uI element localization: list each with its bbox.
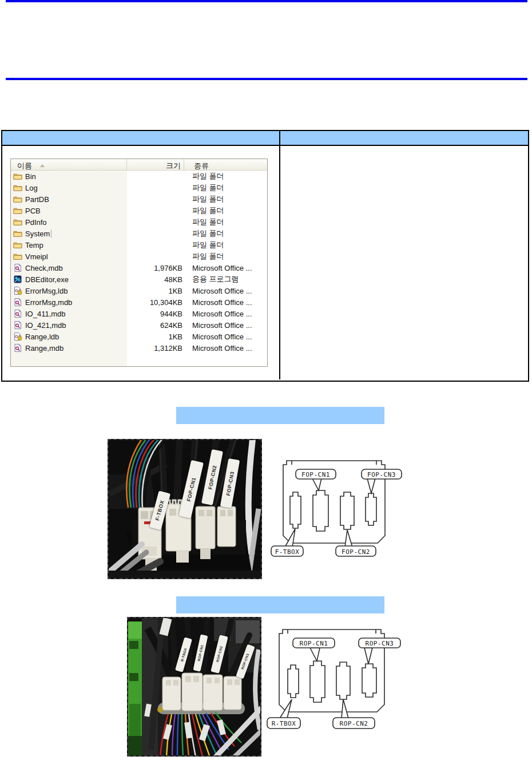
connector-rop-cn3 [362, 664, 376, 697]
file-row[interactable]: Range,ldb 1KB Microsoft Office ... [11, 331, 267, 342]
file-row[interactable]: PartDB 파일 폴더 [11, 193, 267, 205]
document-page: 이름 크기 종류 [0, 0, 532, 764]
file-size: 1KB [127, 332, 182, 341]
file-name: Log [24, 184, 39, 192]
table-header-right [280, 131, 528, 145]
file-icon [13, 172, 22, 181]
diagram-label-rop-cn1: ROP-CN1 [300, 640, 328, 647]
file-row[interactable]: IO_421,mdb 624KB Microsoft Office ... [11, 319, 267, 331]
front-connector-diagram: FOP-CN1 FOP-CN3 F-TBOX FOP-CN2 [269, 452, 409, 564]
diagram-label-fop-cn2: FOP-CN2 [342, 548, 370, 556]
file-type: 파일 폴더 [182, 251, 267, 262]
file-icon [13, 309, 22, 318]
file-name: PdInfo [24, 218, 48, 227]
file-name-cell: Temp [24, 241, 127, 250]
column-header-type[interactable]: 종류 [184, 159, 267, 170]
file-type: Microsoft Office ... [182, 287, 267, 295]
diagram-label-rop-cn3: ROP-CN3 [366, 640, 394, 647]
file-row[interactable]: Range,mdb 1,312KB Microsoft Office ... [11, 342, 267, 354]
folder-icon [13, 229, 22, 238]
file-icon [13, 252, 22, 261]
sort-ascending-icon [40, 164, 45, 167]
folder-icon [13, 183, 22, 192]
file-row[interactable]: Bin 파일 폴더 [11, 171, 267, 182]
file-type: Microsoft Office ... [182, 264, 267, 272]
file-icon [13, 183, 22, 192]
explorer-column-headers: 이름 크기 종류 [11, 159, 267, 171]
connector-rop-cn1 [310, 661, 325, 702]
file-icon [13, 332, 22, 341]
file-icon [13, 275, 22, 284]
file-row[interactable]: Temp 파일 폴더 [11, 239, 267, 251]
file-size: 1,312KB [127, 344, 182, 353]
file-type: 파일 폴더 [182, 217, 267, 227]
file-row[interactable]: ErrorMsg,ldb 1KB Microsoft Office ... [11, 285, 267, 296]
content-table: 이름 크기 종류 [1, 130, 529, 382]
file-name: Vmeipl [24, 252, 49, 261]
file-name: ErrorMsg,ldb [24, 287, 69, 295]
file-name-cell: Range,ldb [24, 332, 127, 341]
file-name-cell: Bin [24, 172, 127, 181]
diagram-label-f-tbox: F-TBOX [275, 548, 300, 556]
database-file-icon [13, 320, 22, 330]
file-icon [13, 286, 22, 295]
file-row[interactable]: Vmeipl 파일 폴더 [11, 251, 267, 262]
file-icon [13, 240, 22, 250]
file-name-cell: PCB [24, 207, 127, 215]
column-header-name-label: 이름 [17, 161, 32, 170]
file-type: 파일 폴더 [182, 228, 267, 239]
file-icon [13, 206, 22, 215]
column-header-size[interactable]: 크기 [127, 159, 184, 170]
file-row[interactable]: System 파일 폴더 [11, 228, 267, 239]
file-row[interactable]: PdInfo 파일 폴더 [11, 216, 267, 228]
file-name: System [24, 229, 51, 238]
column-header-name[interactable]: 이름 [11, 159, 127, 170]
file-name: Bin [24, 172, 37, 181]
file-name-cell: IO_421,mdb [24, 321, 127, 330]
file-row[interactable]: Check,mdb 1,976KB Microsoft Office ... [11, 262, 267, 274]
file-name: PCB [24, 207, 42, 215]
file-row[interactable]: ErrorMsg,mdb 10,304KB Microsoft Office .… [11, 296, 267, 308]
file-size: 1,976KB [127, 264, 182, 272]
file-size: 1KB [127, 287, 182, 295]
rear-section-banner [176, 596, 384, 613]
top-divider-rule [6, 0, 527, 2]
file-row[interactable]: IO_411,mdb 944KB Microsoft Office ... [11, 308, 267, 319]
content-table-body-row: 이름 크기 종류 [2, 146, 528, 379]
file-name-cell: Vmeipl [24, 252, 127, 261]
database-file-icon [13, 298, 22, 307]
file-name-cell: ErrorMsg,ldb [24, 287, 127, 295]
connector-fop-cn2 [340, 492, 354, 529]
file-size: 944KB [127, 310, 182, 318]
locked-database-file-icon [13, 286, 22, 295]
file-name-cell: System [24, 229, 127, 238]
file-explorer-window: 이름 크기 종류 [10, 159, 268, 367]
file-name-cell: Log [24, 184, 127, 192]
file-name: IO_411,mdb [24, 310, 67, 318]
file-icon [13, 263, 22, 272]
file-type: Microsoft Office ... [182, 298, 267, 307]
file-type: 파일 폴더 [182, 194, 267, 204]
table-header-left [2, 131, 280, 145]
file-name: ErrorMsg,mdb [24, 298, 73, 307]
file-type: 파일 폴더 [182, 171, 267, 181]
file-name: PartDB [24, 195, 50, 204]
file-name: Range,ldb [24, 332, 60, 341]
column-header-size-label: 크기 [166, 161, 181, 170]
content-table-header-row [2, 131, 528, 146]
file-row[interactable]: DBEditor,exe 48KB 응용 프로그램 [11, 274, 267, 285]
file-row[interactable]: Log 파일 폴더 [11, 182, 267, 193]
file-name-cell: Range,mdb [24, 344, 127, 353]
file-type: 응용 프로그램 [182, 274, 267, 284]
diagram-label-r-tbox: R-TBOX [272, 720, 296, 727]
connector-r-tbox [288, 665, 299, 698]
file-row[interactable]: PCB 파일 폴더 [11, 205, 267, 216]
folder-icon [13, 195, 22, 204]
folder-icon [13, 172, 22, 181]
file-type: Microsoft Office ... [182, 344, 267, 353]
file-type: 파일 폴더 [182, 205, 267, 216]
connector-f-tbox [290, 492, 301, 528]
file-name: Check,mdb [24, 264, 64, 272]
file-icon [13, 229, 22, 238]
connector-fop-cn1 [313, 490, 328, 531]
